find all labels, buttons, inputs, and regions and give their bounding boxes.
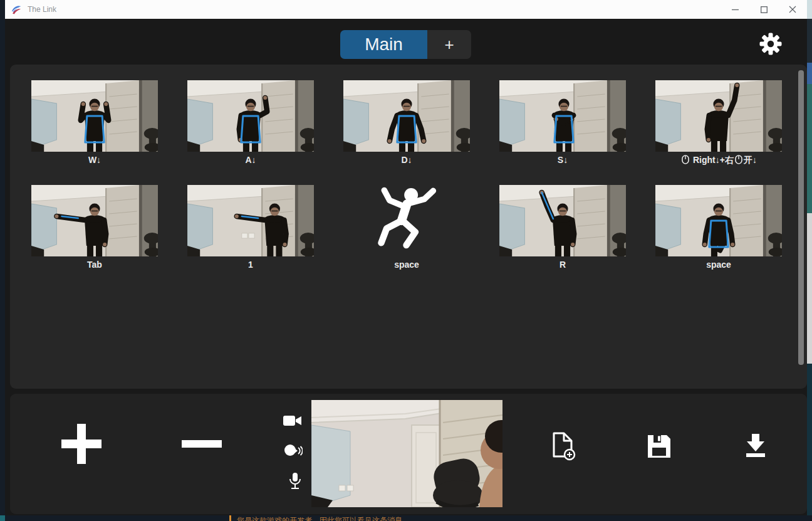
- pose-cell[interactable]: A↓: [187, 80, 314, 152]
- add-pose-button[interactable]: [61, 424, 102, 464]
- dancing-person-icon: [375, 187, 438, 255]
- close-button[interactable]: [778, 0, 807, 19]
- remove-pose-button[interactable]: [182, 440, 222, 448]
- pose-key-label: 1: [187, 256, 314, 273]
- pose-thumbnail: [343, 80, 470, 152]
- microphone-icon[interactable]: [287, 472, 303, 491]
- background-window-edge: [807, 19, 812, 63]
- pose-key-label: S↓: [499, 152, 626, 168]
- pose-thumbnail: [655, 185, 782, 256]
- window-controls: [721, 0, 807, 19]
- background-window-edge: [807, 63, 812, 84]
- pose-thumbnail: [655, 80, 782, 152]
- tab-main-label: Main: [365, 34, 403, 55]
- new-file-icon[interactable]: [549, 431, 578, 461]
- pose-cell[interactable]: D↓: [343, 80, 470, 152]
- screen: The Link Main +: [0, 0, 812, 521]
- webcam-preview: [311, 400, 502, 507]
- message-accent-bar: [229, 515, 231, 521]
- debug-message: 您是这款游戏的开发者，因此您可以看见这条消息: [237, 516, 402, 521]
- pose-key-label: space: [655, 256, 782, 273]
- pose-cell[interactable]: space: [343, 185, 470, 256]
- minimize-button[interactable]: [721, 0, 749, 19]
- app-logo-icon: [11, 4, 22, 15]
- pose-cell[interactable]: S↓: [499, 80, 626, 152]
- pose-thumbnail: [187, 185, 314, 256]
- tab-main[interactable]: Main: [340, 30, 427, 59]
- background-window-edge: [807, 0, 812, 19]
- save-floppy-icon[interactable]: [646, 433, 672, 460]
- pose-thumbnail: [187, 80, 314, 152]
- window-title: The Link: [28, 5, 56, 14]
- pose-cell[interactable]: Right↓+右开↓: [655, 80, 782, 152]
- pose-cell[interactable]: space: [655, 185, 782, 256]
- scrollbar[interactable]: [798, 70, 804, 365]
- background-window-edge: [807, 213, 812, 364]
- pose-thumbnail: [499, 80, 626, 152]
- pose-key-label: W↓: [31, 152, 158, 168]
- background-window-corner: [0, 515, 5, 521]
- pose-cell[interactable]: W↓: [31, 80, 158, 152]
- mouse-icon: [735, 155, 742, 164]
- pose-grid-panel: W↓A↓D↓S↓ Right↓+右开↓Tab1spaceRspace: [10, 65, 807, 389]
- gear-icon[interactable]: [759, 33, 782, 55]
- pose-key-label: A↓: [187, 152, 314, 168]
- mouse-icon: [682, 155, 689, 164]
- tab-bar: Main +: [340, 30, 471, 59]
- pose-thumbnail: [31, 80, 158, 152]
- status-strip: 您是这款游戏的开发者，因此您可以看见这条消息: [0, 515, 812, 521]
- background-window-edge: [807, 84, 812, 213]
- pose-cell[interactable]: 1: [187, 185, 314, 256]
- pose-pictogram: [343, 185, 470, 256]
- pose-cell[interactable]: Tab: [31, 185, 158, 256]
- pose-key-label: Right↓+右开↓: [655, 152, 782, 168]
- video-camera-icon[interactable]: [283, 414, 303, 428]
- pose-cell[interactable]: R: [499, 185, 626, 256]
- pose-key-label: D↓: [343, 152, 470, 168]
- add-tab-label: +: [444, 35, 454, 55]
- pose-key-label: Tab: [31, 256, 158, 273]
- app-window: The Link Main +: [5, 0, 807, 515]
- pose-thumbnail: [31, 185, 158, 256]
- bottom-toolbar: [10, 394, 807, 514]
- titlebar: The Link: [5, 0, 807, 19]
- download-icon[interactable]: [742, 433, 769, 459]
- background-window-edge: [807, 364, 812, 521]
- add-tab-button[interactable]: +: [427, 30, 471, 59]
- maximize-button[interactable]: [749, 0, 778, 19]
- pose-thumbnail: [499, 185, 626, 256]
- pose-key-label: space: [343, 256, 470, 273]
- pose-key-label: R: [499, 256, 626, 273]
- speaking-head-icon[interactable]: [284, 443, 303, 459]
